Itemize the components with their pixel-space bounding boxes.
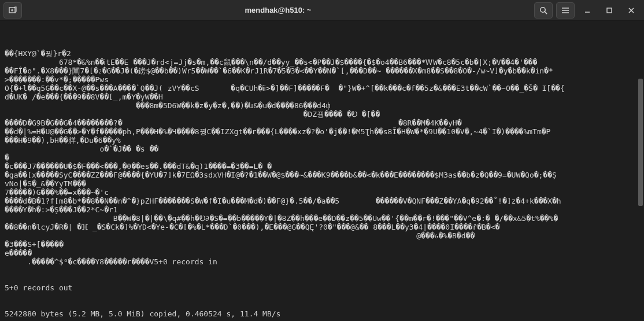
new-tab-icon xyxy=(8,6,17,15)
window-title: mendhak@h510: ~ xyxy=(245,6,312,14)
new-tab-button[interactable] xyxy=(3,2,22,19)
maximize-icon xyxy=(606,7,613,14)
hamburger-icon xyxy=(561,6,570,15)
minimize-button[interactable] xyxy=(578,2,597,19)
search-button[interactable] xyxy=(534,2,553,19)
menu-button[interactable] xyxy=(556,2,575,19)
copied-line: 5242880 bytes (5.2 MB, 5.0 MiB) copied, … xyxy=(5,309,639,318)
close-button[interactable] xyxy=(622,2,641,19)
window-titlebar: mendhak@h510: ~ xyxy=(0,0,644,21)
scrollbar-thumb[interactable] xyxy=(638,79,643,206)
records-out-line: 5+0 records out xyxy=(5,283,639,292)
maximize-button[interactable] xyxy=(600,2,619,19)
search-icon xyxy=(539,6,548,15)
terminal-garbage-output: ��{HXY@`�꿩}r�2 678*�&%n��ᎥtE��E ���J�rd<… xyxy=(5,49,639,266)
svg-rect-2 xyxy=(607,8,612,13)
close-icon xyxy=(628,7,635,14)
terminal-body[interactable]: ��{HXY@`�꿩}r�2 678*�&%n��ᎥtE��E ���J�rd<… xyxy=(0,21,644,321)
minimize-icon xyxy=(584,7,591,14)
